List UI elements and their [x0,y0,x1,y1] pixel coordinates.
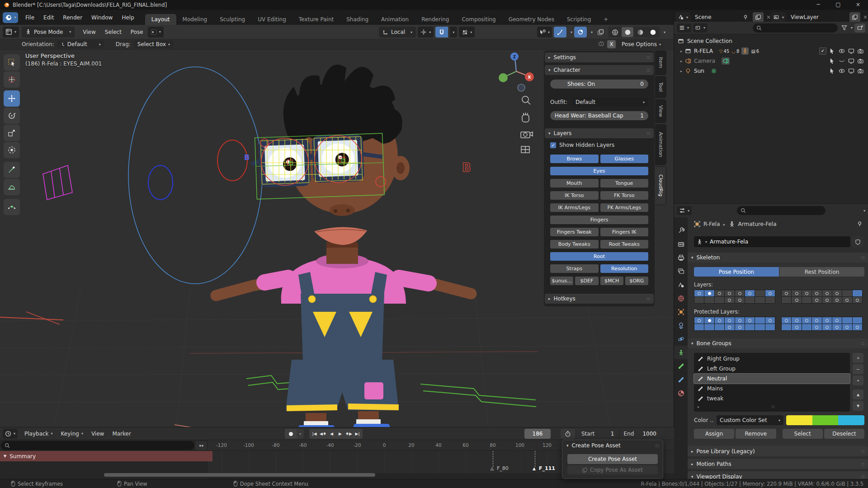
armature-layer-toggle[interactable] [853,317,862,324]
gizmos-dropdown[interactable]: ▾ [571,30,572,34]
shading-material-button[interactable] [634,27,646,37]
snap-options-dropdown[interactable]: ▾ [450,27,457,38]
breadcrumb-object[interactable]: R-Fela [703,221,720,227]
armature-layer-toggle[interactable] [782,317,791,324]
rig-layer-fk-arms-legs[interactable]: FK Arms/Legs [600,203,649,212]
rig-layer-fingers-tweak[interactable]: Fingers Tweak [550,228,599,236]
new-scene-button[interactable] [753,12,764,22]
armature-layer-toggle[interactable] [782,290,791,296]
outliner-filter-dropdown[interactable]: ▾ [841,25,853,31]
panel-character[interactable]: ▾Character:::: [545,65,654,75]
proportional-edit-dropdown[interactable]: ▾ [459,27,475,38]
properties-search-input[interactable] [737,206,826,215]
armature-layer-toggle[interactable] [735,317,745,324]
bone-group-right-group[interactable]: Right Group [694,354,850,364]
armature-layers-grid-left[interactable] [694,290,775,304]
properties-tab-world[interactable] [674,291,688,305]
tool-measure[interactable] [4,179,20,195]
tool-transform[interactable] [4,142,20,158]
armature-layer-toggle[interactable] [812,297,821,303]
eye-closed-icon[interactable] [838,58,845,64]
pin-id-button[interactable] [857,221,863,227]
panel-settings[interactable]: ▸Settings:::: [545,52,654,62]
armature-layer-toggle[interactable] [812,290,821,296]
mirror-icon[interactable] [598,41,605,47]
tool-rotate[interactable] [4,108,20,124]
outliner-search-input[interactable] [753,23,838,33]
workspace-tab-scripting[interactable]: Scripting [561,14,597,25]
protected-layers-grid-right[interactable] [781,317,863,331]
armature-layer-toggle[interactable] [853,297,862,303]
scene-type-button[interactable]: ▾ [675,12,690,22]
keying-options-dropdown[interactable]: ▾ [297,429,304,439]
menu-select[interactable]: Select [100,29,126,35]
outliner-display-mode-dropdown[interactable]: ▾ [677,23,691,33]
npanel-tab-animation[interactable]: Animation [655,124,666,165]
bone-group-specials-button[interactable]: ▾ [853,375,863,385]
armature-layer-toggle[interactable] [812,317,821,324]
show-hidden-checkbox[interactable]: ✓ [550,142,556,148]
armature-layer-toggle[interactable] [725,290,734,296]
tool-scale[interactable] [4,125,20,141]
tool-cursor[interactable] [4,71,20,88]
current-frame-field[interactable]: 186 [524,429,551,439]
properties-tab-physics[interactable] [674,332,688,346]
menu-file[interactable]: File [21,14,39,21]
move-group-up-button[interactable]: ▲ [853,389,863,399]
bone-group-mains[interactable]: Mains [694,384,850,394]
properties-tab-object[interactable] [674,305,688,319]
create-pose-asset-button[interactable]: Create Pose Asset [567,454,658,464]
rig-layer--def[interactable]: $DEF [575,277,598,285]
selectable-icon[interactable] [828,68,836,74]
properties-tab-output[interactable] [674,251,688,264]
armature-layer-toggle[interactable] [694,297,704,303]
armature-layer-toggle[interactable] [745,317,755,324]
npanel-tab-tool[interactable]: Tool [655,76,666,98]
workspace-tab-texture-paint[interactable]: Texture Paint [292,14,340,25]
gizmos-toggle[interactable] [554,27,566,38]
panel-motion-paths[interactable]: ▸Motion Paths:::: [688,459,868,469]
new-viewlayer-button[interactable] [849,12,860,22]
channel-search-input[interactable] [1,441,194,450]
rig-layer--unus-[interactable]: $unus... [550,277,573,285]
rig-layer-root-tweaks[interactable]: Root Tweaks [600,240,649,249]
transform-orientation-dropdown[interactable]: Local▾ [379,27,416,38]
play-reverse-button[interactable]: ◀ [327,429,336,439]
properties-tab-data[interactable] [674,346,688,359]
properties-tab-render[interactable] [674,237,688,251]
viewlayer-name-field[interactable]: ViewLayer [787,12,849,22]
outliner-filter-type-dropdown[interactable]: ▾ [693,23,708,33]
color-swatches[interactable] [786,415,864,425]
armature-layer-toggle[interactable] [792,324,801,330]
viewlayer-type-button[interactable]: ▾ [771,12,786,22]
armature-layer-toggle[interactable] [745,324,755,330]
remove-button[interactable]: Remove [736,429,776,439]
disable-viewport-icon[interactable] [847,48,855,54]
workspace-tab-modeling[interactable]: Modeling [176,14,214,25]
armature-layer-toggle[interactable] [802,297,811,303]
bone-group-tweak[interactable]: tweak [694,394,850,404]
mirror-x-toggle[interactable]: X [607,40,616,48]
armature-layer-toggle[interactable] [765,297,775,303]
armature-layer-toggle[interactable] [755,297,764,303]
outliner-scene-collection[interactable]: Scene Collection [674,36,868,46]
disable-viewport-icon[interactable] [847,58,855,64]
workspace-tab-sculpting[interactable]: Sculpting [213,14,251,25]
snap-toggle[interactable] [435,27,448,38]
expand-icon[interactable]: ▸ [680,69,682,73]
armature-layer-toggle[interactable] [694,290,704,296]
armature-layer-toggle[interactable] [755,324,764,330]
armature-layer-toggle[interactable] [725,317,734,324]
rig-layer-glasses[interactable]: Glasses [600,155,649,163]
headwear-slider[interactable]: Head Wear: Baseball Cap 1 [550,111,648,120]
outliner-item-r-fela[interactable]: ▸R-FELA▽45◡8▤6✓ [674,46,868,56]
add-bone-group-button[interactable]: ＋ [853,353,863,363]
npanel-tab-item[interactable]: Item [655,51,666,75]
workspace-tab-compositing[interactable]: Compositing [455,14,502,25]
selectable-icon[interactable] [828,58,836,64]
rig-layer-straps[interactable]: Straps [550,264,599,273]
marker-F_80[interactable]: △ [491,466,494,471]
workspace-tab-uv-editing[interactable]: UV Editing [251,14,292,25]
armature-layer-toggle[interactable] [735,297,745,303]
rig-layer-fingers[interactable]: Fingers [550,216,648,224]
